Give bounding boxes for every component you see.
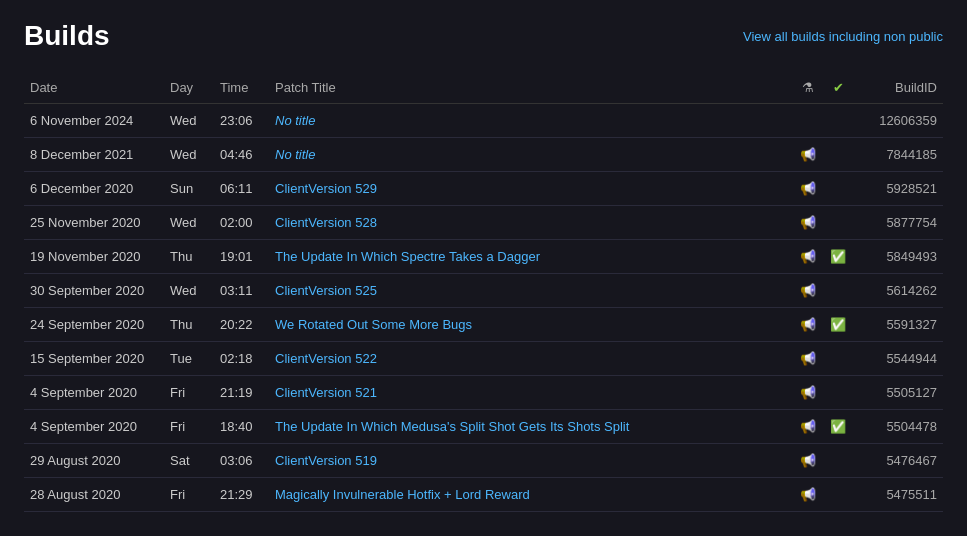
cell-check [823, 138, 853, 172]
megaphone-icon: 📢 [800, 215, 816, 230]
table-row: 6 November 2024Wed23:06No title12606359 [24, 104, 943, 138]
cell-time: 23:06 [214, 104, 269, 138]
cell-time: 21:29 [214, 478, 269, 512]
cell-time: 21:19 [214, 376, 269, 410]
patch-title-text[interactable]: No title [275, 147, 315, 162]
cell-date: 19 November 2020 [24, 240, 164, 274]
cell-check [823, 342, 853, 376]
cell-check: ✅ [823, 308, 853, 342]
cell-date: 4 September 2020 [24, 410, 164, 444]
table-row: 28 August 2020Fri21:29Magically Invulner… [24, 478, 943, 512]
megaphone-icon: 📢 [800, 385, 816, 400]
cell-day: Wed [164, 138, 214, 172]
cell-build-id: 5877754 [853, 206, 943, 240]
megaphone-icon: 📢 [800, 453, 816, 468]
cell-beta: 📢 [793, 240, 823, 274]
cell-date: 6 December 2020 [24, 172, 164, 206]
cell-date: 30 September 2020 [24, 274, 164, 308]
patch-title-text[interactable]: ClientVersion 528 [275, 215, 377, 230]
cell-beta: 📢 [793, 410, 823, 444]
cell-check [823, 478, 853, 512]
cell-date: 8 December 2021 [24, 138, 164, 172]
cell-check [823, 444, 853, 478]
cell-patch-title[interactable]: No title [269, 104, 793, 138]
cell-build-id: 5928521 [853, 172, 943, 206]
cell-check [823, 104, 853, 138]
cell-day: Thu [164, 308, 214, 342]
cell-date: 29 August 2020 [24, 444, 164, 478]
cell-time: 18:40 [214, 410, 269, 444]
megaphone-icon: 📢 [800, 147, 816, 162]
beta-flask-icon: ⚗ [802, 80, 814, 95]
cell-date: 15 September 2020 [24, 342, 164, 376]
cell-build-id: 5614262 [853, 274, 943, 308]
cell-time: 20:22 [214, 308, 269, 342]
table-row: 4 September 2020Fri18:40The Update In Wh… [24, 410, 943, 444]
cell-beta [793, 104, 823, 138]
cell-patch-title[interactable]: ClientVersion 529 [269, 172, 793, 206]
th-beta-icon: ⚗ [793, 72, 823, 104]
cell-day: Tue [164, 342, 214, 376]
cell-beta: 📢 [793, 478, 823, 512]
cell-patch-title[interactable]: We Rotated Out Some More Bugs [269, 308, 793, 342]
cell-beta: 📢 [793, 342, 823, 376]
megaphone-icon: 📢 [800, 419, 816, 434]
cell-time: 03:11 [214, 274, 269, 308]
page-title: Builds [24, 20, 110, 52]
th-time: Time [214, 72, 269, 104]
table-row: 6 December 2020Sun06:11ClientVersion 529… [24, 172, 943, 206]
patch-title-text[interactable]: The Update In Which Medusa's Split Shot … [275, 419, 629, 434]
cell-patch-title[interactable]: Magically Invulnerable Hotfix + Lord Rew… [269, 478, 793, 512]
cell-check [823, 172, 853, 206]
checkmark-icon: ✅ [830, 317, 846, 332]
patch-title-text[interactable]: ClientVersion 521 [275, 385, 377, 400]
cell-beta: 📢 [793, 138, 823, 172]
patch-title-text[interactable]: ClientVersion 529 [275, 181, 377, 196]
table-row: 4 September 2020Fri21:19ClientVersion 52… [24, 376, 943, 410]
cell-patch-title[interactable]: ClientVersion 525 [269, 274, 793, 308]
cell-build-id: 5475511 [853, 478, 943, 512]
cell-time: 19:01 [214, 240, 269, 274]
patch-title-text[interactable]: ClientVersion 519 [275, 453, 377, 468]
cell-check: ✅ [823, 410, 853, 444]
checkmark-icon: ✅ [830, 419, 846, 434]
cell-build-id: 5476467 [853, 444, 943, 478]
patch-title-text[interactable]: ClientVersion 522 [275, 351, 377, 366]
cell-date: 6 November 2024 [24, 104, 164, 138]
cell-time: 02:18 [214, 342, 269, 376]
cell-time: 06:11 [214, 172, 269, 206]
cell-patch-title[interactable]: ClientVersion 522 [269, 342, 793, 376]
cell-date: 28 August 2020 [24, 478, 164, 512]
patch-title-text[interactable]: ClientVersion 525 [275, 283, 377, 298]
table-row: 8 December 2021Wed04:46No title📢7844185 [24, 138, 943, 172]
cell-date: 24 September 2020 [24, 308, 164, 342]
th-build-id: BuildID [853, 72, 943, 104]
cell-day: Fri [164, 478, 214, 512]
cell-beta: 📢 [793, 172, 823, 206]
patch-title-text[interactable]: Magically Invulnerable Hotfix + Lord Rew… [275, 487, 530, 502]
cell-day: Sun [164, 172, 214, 206]
cell-patch-title[interactable]: ClientVersion 521 [269, 376, 793, 410]
patch-title-text[interactable]: We Rotated Out Some More Bugs [275, 317, 472, 332]
megaphone-icon: 📢 [800, 317, 816, 332]
cell-beta: 📢 [793, 274, 823, 308]
cell-time: 04:46 [214, 138, 269, 172]
patch-title-text[interactable]: No title [275, 113, 315, 128]
cell-day: Fri [164, 410, 214, 444]
cell-build-id: 5591327 [853, 308, 943, 342]
page-container: Builds View all builds including non pub… [0, 0, 967, 532]
cell-patch-title[interactable]: The Update In Which Medusa's Split Shot … [269, 410, 793, 444]
checkmark-icon: ✅ [830, 249, 846, 264]
cell-day: Wed [164, 104, 214, 138]
table-row: 30 September 2020Wed03:11ClientVersion 5… [24, 274, 943, 308]
view-all-link[interactable]: View all builds including non public [743, 29, 943, 44]
cell-check [823, 376, 853, 410]
page-header: Builds View all builds including non pub… [24, 20, 943, 52]
patch-title-text[interactable]: The Update In Which Spectre Takes a Dagg… [275, 249, 540, 264]
cell-patch-title[interactable]: ClientVersion 519 [269, 444, 793, 478]
cell-patch-title[interactable]: ClientVersion 528 [269, 206, 793, 240]
cell-patch-title[interactable]: The Update In Which Spectre Takes a Dagg… [269, 240, 793, 274]
verified-check-icon: ✔ [833, 80, 844, 95]
cell-patch-title[interactable]: No title [269, 138, 793, 172]
cell-beta: 📢 [793, 206, 823, 240]
